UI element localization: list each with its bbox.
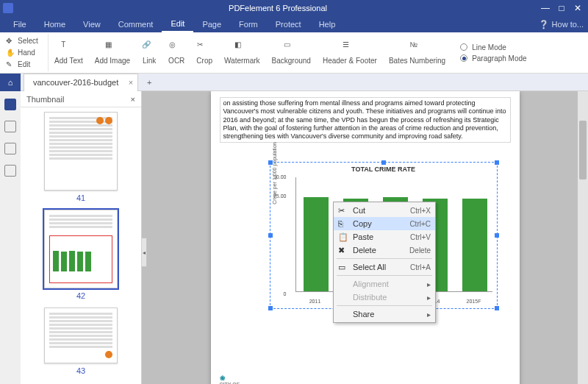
menu-item-label: Select All — [353, 263, 406, 271]
menu-protect[interactable]: Protect — [267, 16, 310, 32]
resize-handle[interactable] — [495, 233, 499, 238]
menu-form[interactable]: Form — [230, 16, 267, 32]
context-menu-item[interactable]: ✖DeleteDelete — [334, 243, 435, 257]
howto-label: How to... — [552, 20, 584, 29]
menu-item-shortcut: Ctrl+V — [410, 233, 431, 241]
menu-item-label: Cut — [353, 206, 406, 215]
body-paragraph[interactable]: on assisting those suffering from mental… — [220, 97, 511, 143]
hand-mode-label: Hand — [18, 49, 35, 57]
crop-button[interactable]: ✂Crop — [190, 34, 218, 71]
thumbnail-list[interactable]: 41 42 43 — [21, 107, 141, 384]
header-footer-button[interactable]: ☰Header & Footer — [317, 34, 383, 71]
menu-file[interactable]: File — [4, 16, 35, 32]
howto-link[interactable]: ❔ How to... — [539, 20, 584, 29]
menu-item-label: Delete — [353, 246, 405, 255]
ytick: 75.00 — [270, 193, 287, 199]
thumbnail-page[interactable] — [44, 307, 118, 363]
context-menu-item[interactable]: ▭Select AllCtrl+A — [334, 260, 435, 274]
menu-item-shortcut: Ctrl+X — [410, 207, 431, 215]
menu-page[interactable]: Page — [193, 16, 230, 32]
thumbnail-panel: Thumbnail × 41 42 43 — [21, 91, 142, 384]
thumbnail-page[interactable] — [44, 210, 118, 288]
context-menu-item[interactable]: 📋PasteCtrl+V — [334, 230, 435, 243]
header-footer-label: Header & Footer — [323, 57, 377, 65]
ytick: 90.00 — [270, 174, 287, 179]
resize-handle[interactable] — [495, 160, 499, 165]
ocr-label: OCR — [168, 57, 184, 65]
minimize-button[interactable]: — — [538, 2, 553, 14]
chart-xlabel: 2015F — [462, 299, 487, 304]
context-menu-item[interactable]: Share▸ — [334, 307, 435, 321]
menu-edit[interactable]: Edit — [162, 16, 193, 32]
bookmarks-tool[interactable] — [4, 121, 16, 132]
watermark-button[interactable]: ◧Watermark — [218, 34, 266, 71]
chart-yaxis: 90.00 75.00 0 — [284, 177, 291, 294]
thumbnail-page-number: 41 — [76, 193, 85, 202]
paragraph-mode-radio[interactable]: Paragraph Mode — [460, 54, 527, 63]
document-tab[interactable]: vancouver-2016-budget × — [24, 74, 138, 91]
menu-comment[interactable]: Comment — [110, 16, 162, 32]
edit-mode[interactable]: ✎Edit — [6, 59, 45, 71]
chart-bar — [462, 199, 487, 291]
ocr-button[interactable]: ◎OCR — [162, 34, 190, 71]
close-button[interactable]: ✕ — [570, 2, 585, 14]
ocr-icon: ◎ — [169, 40, 184, 55]
resize-handle[interactable] — [495, 306, 499, 310]
annotations-tool[interactable] — [4, 143, 16, 154]
radio-off-icon — [460, 43, 467, 51]
resize-handle[interactable] — [268, 233, 273, 238]
bates-button[interactable]: №Bates Numbering — [383, 34, 451, 71]
document-viewport[interactable]: ◂ on assisting those suffering from ment… — [142, 91, 588, 384]
menu-item-label: Paste — [353, 232, 406, 241]
select-mode[interactable]: ✥Select — [6, 35, 45, 47]
crop-label: Crop — [196, 57, 212, 65]
close-tab-button[interactable]: × — [129, 78, 133, 87]
search-tool[interactable] — [4, 165, 16, 177]
resize-handle[interactable] — [381, 160, 386, 165]
menu-item-shortcut: ▸ — [427, 280, 431, 288]
city-logo: ❀ CITY OFVANCOUVER — [220, 374, 262, 384]
thumbnails-tool[interactable] — [4, 99, 16, 110]
collapse-panel-handle[interactable]: ◂ — [142, 238, 147, 267]
header-footer-icon: ☰ — [343, 40, 357, 55]
home-tab-button[interactable]: ⌂ — [0, 74, 21, 91]
cursor-mode-group: ✥Select ✋Hand ✎Edit — [3, 34, 49, 71]
text-mode-group: Line Mode Paragraph Mode — [451, 34, 536, 71]
context-menu-item: Distribute▸ — [334, 291, 435, 304]
paragraph-mode-label: Paragraph Mode — [472, 54, 527, 63]
link-button[interactable]: 🔗Link — [136, 34, 162, 71]
close-panel-button[interactable]: × — [131, 95, 135, 104]
menu-item-shortcut: Ctrl+A — [410, 263, 431, 271]
new-tab-button[interactable]: + — [141, 74, 157, 90]
scrollbar-thumb[interactable] — [579, 121, 587, 179]
line-mode-radio[interactable]: Line Mode — [460, 43, 527, 51]
context-menu-item[interactable]: ✂CutCtrl+X — [334, 204, 435, 217]
maximize-button[interactable]: □ — [554, 2, 569, 14]
menu-home[interactable]: Home — [35, 16, 74, 32]
hand-mode[interactable]: ✋Hand — [6, 47, 45, 59]
select-mode-label: Select — [18, 37, 38, 45]
resize-handle[interactable] — [268, 306, 273, 310]
add-text-button[interactable]: TAdd Text — [49, 34, 89, 71]
add-image-button[interactable]: ▦Add Image — [89, 34, 136, 71]
ytick: 0 — [270, 291, 287, 296]
chart-bar — [304, 197, 329, 291]
background-label: Background — [272, 57, 311, 65]
menu-item-shortcut: ▸ — [427, 310, 431, 319]
background-icon: ▭ — [284, 40, 298, 55]
link-icon: 🔗 — [142, 40, 157, 55]
menu-item-icon: ✂ — [338, 206, 348, 216]
vertical-scrollbar[interactable] — [578, 91, 588, 384]
background-button[interactable]: ▭Background — [266, 34, 317, 71]
menu-help[interactable]: Help — [310, 16, 345, 32]
add-image-label: Add Image — [95, 57, 130, 65]
context-menu-item[interactable]: ⎘CopyCtrl+C — [334, 217, 435, 230]
menu-view[interactable]: View — [74, 16, 110, 32]
menubar: File Home View Comment Edit Page Form Pr… — [0, 16, 588, 32]
menu-item-icon: ✖ — [338, 246, 348, 255]
app-title: PDFelement 6 Professional — [18, 4, 538, 13]
titlebar: PDFelement 6 Professional — □ ✕ — [0, 0, 588, 16]
help-icon: ❔ — [539, 20, 549, 29]
thumbnail-page[interactable] — [44, 112, 118, 191]
document-tabs: ⌂ vancouver-2016-budget × + — [0, 74, 588, 91]
